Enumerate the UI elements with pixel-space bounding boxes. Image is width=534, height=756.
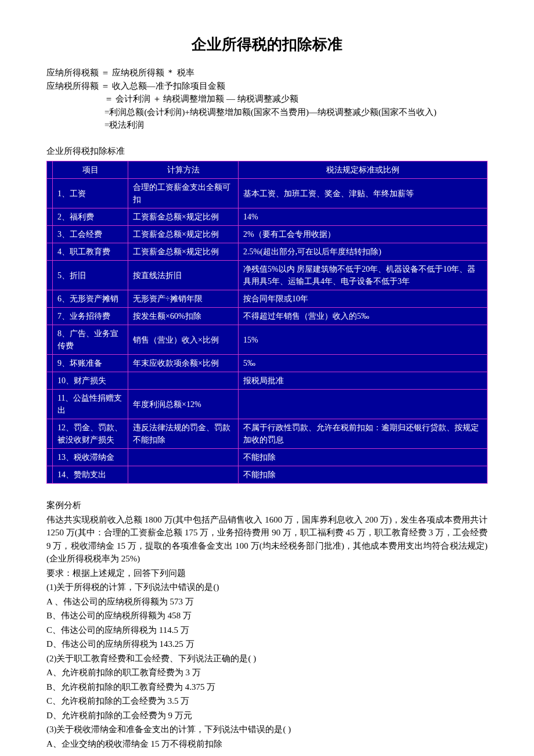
q1-opt-b: B、伟达公司的应纳税所得额为 458 万 — [46, 609, 488, 622]
cell-rule: 5‰ — [239, 355, 488, 372]
q2-opt-a: A、允许税前扣除的职工教育经费为 3 万 — [46, 666, 488, 679]
case-intro: 伟达共实现税前收入总额 1800 万(其中包括产品销售收入 1600 万，国库券… — [46, 513, 488, 566]
cell-item: 2、福利费 — [53, 208, 128, 226]
cell-method: 违反法律法规的罚金、罚款不能扣除 — [128, 419, 239, 449]
cell-item: 1、工资 — [53, 179, 128, 208]
formula-line-4: =利润总额(会计利润)+纳税调整增加额(国家不当费用)—纳税调整减少额(国家不当… — [46, 106, 488, 119]
case-block: 案例分析 伟达共实现税前收入总额 1800 万(其中包括产品销售收入 1600 … — [46, 499, 488, 750]
page-title: 企业所得税的扣除标准 — [46, 33, 488, 56]
q2-opt-b: B、允许税前扣除的职工教育经费为 4.375 万 — [46, 681, 488, 694]
cell-rule — [239, 390, 488, 419]
lead-col-cell — [47, 419, 53, 449]
cell-method — [128, 372, 239, 390]
lead-col-header — [47, 161, 53, 179]
lead-col-cell — [47, 325, 53, 355]
cell-item: 14、赞助支出 — [53, 466, 128, 484]
lead-col-cell — [47, 449, 53, 466]
cell-rule: 净残值5%以内 房屋建筑物不低于20年、机器设备不低于10年、器具用具5年、运输… — [239, 261, 488, 290]
lead-col-cell — [47, 466, 53, 484]
header-rule: 税法规定标准或比例 — [239, 161, 488, 179]
table-row: 8、广告、业务宣传费销售（营业）收入×比例15% — [47, 325, 488, 355]
lead-col-cell — [47, 308, 53, 325]
table-row: 13、税收滞纳金不能扣除 — [47, 449, 488, 466]
q1-opt-d: D、伟达公司的应纳所得税为 143.25 万 — [46, 638, 488, 651]
table-row: 2、福利费工资薪金总额×规定比例14% — [47, 208, 488, 226]
lead-col-cell — [47, 261, 53, 290]
lead-col-cell — [47, 179, 53, 208]
cell-method — [128, 466, 239, 484]
cell-method — [128, 449, 239, 466]
q1-opt-c: C、伟达公司的应纳所得税为 114.5 万 — [46, 624, 488, 637]
cell-method: 年末应收款项余额×比例 — [128, 355, 239, 372]
lead-col-cell — [47, 390, 53, 419]
cell-item: 13、税收滞纳金 — [53, 449, 128, 466]
table-row: 12、罚金、罚款、被没收财产损失违反法律法规的罚金、罚款不能扣除不属于行政性罚款… — [47, 419, 488, 449]
cell-method: 无形资产÷摊销年限 — [128, 290, 239, 308]
cell-item: 5、折旧 — [53, 261, 128, 290]
cell-rule: 2%（要有工会专用收据） — [239, 226, 488, 243]
lead-col-cell — [47, 226, 53, 243]
header-method: 计算方法 — [128, 161, 239, 179]
q3-opt-a: A、企业交纳的税收滞纳金 15 万不得税前扣除 — [46, 737, 488, 751]
cell-method: 工资薪金总额×规定比例 — [128, 208, 239, 226]
cell-rule: 不属于行政性罚款、允许在税前扣如：逾期归还银行贷款、按规定加收的罚息 — [239, 419, 488, 449]
cell-rule: 不能扣除 — [239, 466, 488, 484]
formula-line-2: 应纳税所得额 ＝ 收入总额—准予扣除项目金额 — [46, 80, 488, 93]
table-row: 3、工会经费工资薪金总额×规定比例2%（要有工会专用收据） — [47, 226, 488, 243]
cell-method: 工资薪金总额×规定比例 — [128, 243, 239, 261]
cell-item: 8、广告、业务宣传费 — [53, 325, 128, 355]
cell-item: 10、财产损失 — [53, 372, 128, 390]
cell-rule: 不得超过年销售（营业）收入的5‰ — [239, 308, 488, 325]
cell-method: 工资薪金总额×规定比例 — [128, 226, 239, 243]
q1-opt-a: A 、伟达公司的应纳税所得额为 573 万 — [46, 595, 488, 609]
lead-col-cell — [47, 243, 53, 261]
table-row: 11、公益性捐赠支出年度利润总额×12% — [47, 390, 488, 419]
cell-method: 年度利润总额×12% — [128, 390, 239, 419]
cell-item: 3、工会经费 — [53, 226, 128, 243]
cell-rule: 15% — [239, 325, 488, 355]
deduction-table: 项目 计算方法 税法规定标准或比例 1、工资合理的工资薪金支出全额可扣基本工资、… — [46, 161, 488, 484]
cell-item: 12、罚金、罚款、被没收财产损失 — [53, 419, 128, 449]
lead-col-cell — [47, 372, 53, 390]
formula-line-1: 应纳所得税额 ＝ 应纳税所得额 ＊ 税率 — [46, 66, 488, 80]
cell-rule: 不能扣除 — [239, 449, 488, 466]
case-requirement: 要求：根据上述规定，回答下列问题 — [46, 567, 488, 580]
cell-item: 11、公益性捐赠支出 — [53, 390, 128, 419]
cell-rule: 按合同年限或10年 — [239, 290, 488, 308]
cell-item: 4、职工教育费 — [53, 243, 128, 261]
lead-col-cell — [47, 355, 53, 372]
formula-line-5: =税法利润 — [46, 118, 488, 132]
cell-method: 合理的工资薪金支出全额可扣 — [128, 179, 239, 208]
table-row: 14、赞助支出不能扣除 — [47, 466, 488, 484]
lead-col-cell — [47, 208, 53, 226]
lead-col-cell — [47, 290, 53, 308]
cell-item: 7、业务招待费 — [53, 308, 128, 325]
formula-line-3: ＝ 会计利润 ＋ 纳税调整增加额 — 纳税调整减少额 — [46, 92, 488, 106]
cell-rule: 报税局批准 — [239, 372, 488, 390]
q2-opt-d: D、允许税前扣除的工会经费为 9 万元 — [46, 709, 488, 722]
cell-item: 6、无形资产摊销 — [53, 290, 128, 308]
table-row: 10、财产损失报税局批准 — [47, 372, 488, 390]
q2: (2)关于职工教育经费和工会经费、下列说法正确的是( ) — [46, 652, 488, 665]
cell-item: 9、坏账准备 — [53, 355, 128, 372]
table-row: 7、业务招待费按发生额×60%扣除不得超过年销售（营业）收入的5‰ — [47, 308, 488, 325]
q1: (1)关于所得税的计算，下列说法中错误的是() — [46, 581, 488, 594]
cell-method: 销售（营业）收入×比例 — [128, 325, 239, 355]
q2-opt-c: C、允许税前扣除的工会经费为 3.5 万 — [46, 694, 488, 708]
formula-block: 应纳所得税额 ＝ 应纳税所得额 ＊ 税率 应纳税所得额 ＝ 收入总额—准予扣除项… — [46, 66, 488, 132]
cell-rule: 14% — [239, 208, 488, 226]
q3: (3)关于税收滞纳金和准备金支出的计算，下列说法中错误的是( ) — [46, 723, 488, 736]
table-header-row: 项目 计算方法 税法规定标准或比例 — [47, 161, 488, 179]
cell-rule: 基本工资、加班工资、奖金、津贴、年终加薪等 — [239, 179, 488, 208]
table-row: 9、坏账准备年末应收款项余额×比例5‰ — [47, 355, 488, 372]
cell-rule: 2.5%(超出部分,可在以后年度结转扣除) — [239, 243, 488, 261]
case-heading: 案例分析 — [46, 499, 488, 512]
table-caption: 企业所得税扣除标准 — [46, 145, 488, 158]
header-item: 项目 — [53, 161, 128, 179]
table-row: 4、职工教育费工资薪金总额×规定比例2.5%(超出部分,可在以后年度结转扣除) — [47, 243, 488, 261]
table-row: 6、无形资产摊销无形资产÷摊销年限按合同年限或10年 — [47, 290, 488, 308]
cell-method: 按发生额×60%扣除 — [128, 308, 239, 325]
cell-method: 按直线法折旧 — [128, 261, 239, 290]
table-row: 5、折旧按直线法折旧净残值5%以内 房屋建筑物不低于20年、机器设备不低于10年… — [47, 261, 488, 290]
table-row: 1、工资合理的工资薪金支出全额可扣基本工资、加班工资、奖金、津贴、年终加薪等 — [47, 179, 488, 208]
